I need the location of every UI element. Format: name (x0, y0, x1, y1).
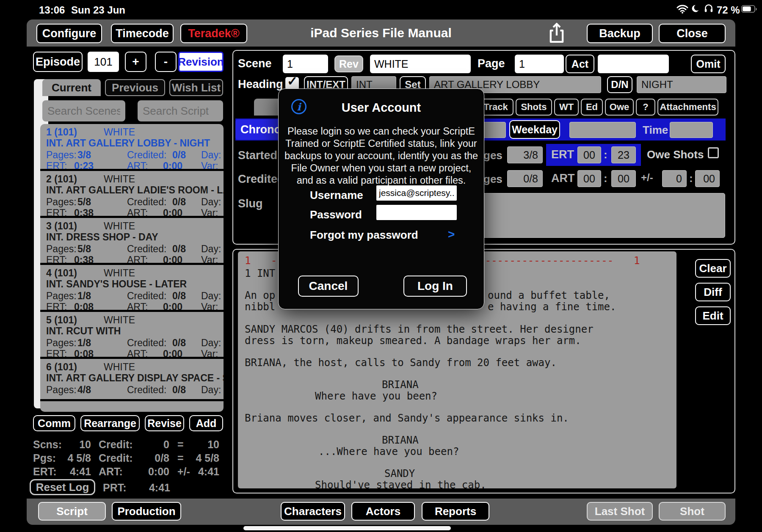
tab-previous[interactable]: Previous (105, 79, 165, 96)
password-input[interactable] (376, 205, 457, 220)
characters-tab-button[interactable]: Characters (281, 502, 345, 521)
scene-list-item[interactable]: 1 (101)WHITEINT. ART GALLERY LOBBY - NIG… (40, 124, 224, 171)
totals-value-3: 4:41 (182, 466, 219, 478)
dn-button[interactable]: D/N (607, 76, 632, 93)
totals-value-2: 0:00 (127, 466, 169, 478)
revise-button[interactable]: Revise (145, 415, 184, 431)
detail-tab-wt[interactable]: WT (554, 99, 579, 116)
script-line: SANDY MARCOS (40) drifts in from the str… (245, 323, 594, 335)
search-scenes-input[interactable] (42, 100, 125, 121)
ert-minutes-field[interactable]: 23 (611, 146, 636, 163)
password-label: Password (310, 208, 362, 221)
detail-tab-attachments[interactable]: Attachments (657, 99, 718, 116)
forgot-password-link[interactable]: Forgot my password (310, 229, 418, 242)
weekday-button[interactable]: Weekday (509, 120, 560, 139)
episode-plus-button[interactable]: + (125, 52, 146, 72)
scene-item-credited-value: 0/8 (172, 384, 186, 396)
script-page-number-left: 1 (245, 255, 251, 267)
scene-item-credited-label: Credited: (127, 243, 166, 255)
home-indicator[interactable] (243, 526, 451, 530)
pages-field[interactable]: 3/8 (507, 146, 543, 163)
comm-button[interactable]: Comm (33, 415, 75, 431)
scene-item-pages-label: Pages: (46, 384, 77, 396)
scene-item-ert-value: 0:08 (74, 348, 94, 359)
totals-value-3: 10 (182, 438, 219, 451)
production-tab-button[interactable]: Production (112, 502, 181, 521)
owe-shots-checkbox[interactable] (708, 147, 719, 158)
revision-button[interactable]: Revision (178, 52, 224, 72)
status-bar: 13:06 Sun 23 Jun 72 % (0, 0, 762, 19)
scene-number-field[interactable]: 1 (283, 55, 328, 73)
share-icon[interactable] (548, 22, 565, 46)
scene-list-item[interactable]: 5 (101)WHITEINT. RCUT WITHPages: 1/8Cred… (40, 312, 224, 359)
episode-number-field[interactable]: 101 (88, 52, 119, 72)
shot-button[interactable]: Shot (659, 502, 726, 521)
prt-value: 4:41 (140, 482, 170, 494)
episode-button[interactable]: Episode (33, 52, 83, 72)
last-shot-button[interactable]: Last Shot (587, 502, 653, 521)
user-account-modal: i User Account Please login so we can ch… (278, 88, 484, 309)
var-hours-field[interactable]: 0 (662, 170, 687, 187)
scene-item-number: 3 (101) (46, 221, 77, 232)
reports-tab-button[interactable]: Reports (422, 502, 489, 521)
var-minutes-field[interactable]: 00 (695, 170, 720, 187)
forgot-chevron-icon[interactable]: > (448, 228, 455, 241)
cancel-button[interactable]: Cancel (298, 276, 359, 297)
tab-current[interactable]: Current (42, 79, 101, 96)
scene-item-art-value: 0:00 (163, 301, 182, 312)
backup-button[interactable]: Backup (587, 24, 653, 43)
time-label: Time (643, 124, 668, 137)
ert-hours-field[interactable]: 00 (577, 146, 601, 163)
weekday-field[interactable] (569, 122, 636, 138)
page-label: Page (478, 57, 505, 70)
username-input[interactable] (376, 185, 457, 201)
edit-button[interactable]: Edit (695, 306, 731, 325)
art-minutes-field[interactable]: 00 (611, 170, 636, 187)
dn-field[interactable]: NIGHT (637, 76, 726, 93)
act-field[interactable] (598, 55, 669, 73)
scene-item-slug: INT. ART GALLERY LOBBY - NIGHT (46, 138, 210, 149)
script-line: Briana moves closer, and Sandy's appeara… (245, 412, 569, 424)
scene-item-slug: INT. ART GALLERY DISPLAY SPACE - SAME... (46, 372, 224, 384)
scene-item-art-label: ART: (127, 207, 148, 218)
rev-color-field[interactable]: WHITE (370, 55, 471, 73)
script-line: Should've stayed in the cab. (315, 479, 486, 488)
scene-list-item[interactable]: 3 (101)WHITEINT. DRESS SHOP - DAYPages: … (40, 218, 224, 265)
script-line: nibbl (245, 301, 275, 313)
detail-tab-shots[interactable]: Shots (516, 99, 552, 116)
modal-body-line: and as a valid participant in other file… (279, 174, 484, 187)
scene-item-credited-value: 0/8 (172, 337, 186, 349)
scene-list[interactable]: 1 (101)WHITEINT. ART GALLERY LOBBY - NIG… (40, 124, 224, 412)
login-button[interactable]: Log In (403, 276, 467, 297)
script-tab-button[interactable]: Script (38, 502, 106, 521)
tab-wish-list[interactable]: Wish List (169, 79, 223, 96)
scene-list-item[interactable]: 6 (101)WHITEINT. ART GALLERY DISPLAY SPA… (40, 359, 224, 401)
scene-list-item[interactable]: 4 (101)WHITEINT. SANDY'S HOUSE - LATERPa… (40, 265, 224, 312)
credited-pages-field[interactable]: 0/8 (507, 170, 543, 187)
actors-tab-button[interactable]: Actors (351, 502, 415, 521)
scene-item-number: 5 (101) (46, 314, 77, 326)
reset-log-button[interactable]: Reset Log (30, 479, 95, 495)
heading-checkbox-icon[interactable]: ✓ (285, 77, 299, 90)
script-line: ound a buffet table, (488, 289, 610, 301)
scene-item-var-label: Var: (201, 348, 218, 359)
page-number-field[interactable]: 1 (515, 55, 564, 73)
close-button[interactable]: Close (659, 24, 726, 43)
detail-tab-[interactable]: ? (636, 99, 655, 116)
time-field[interactable] (670, 122, 713, 138)
act-button[interactable]: Act (566, 55, 594, 73)
art-hours-field[interactable]: 00 (577, 170, 601, 187)
scene-item-ert-label: ERT: (46, 207, 67, 218)
diff-button[interactable]: Diff (695, 283, 731, 301)
rearrange-button[interactable]: Rearrange (80, 415, 140, 431)
search-script-input[interactable] (138, 100, 223, 121)
slug-label: Slug (238, 197, 263, 210)
scene-list-item[interactable]: 2 (101)WHITEINT. ART GALLERY LADIE'S ROO… (40, 171, 224, 218)
omit-button[interactable]: Omit (691, 55, 726, 73)
clear-button[interactable]: Clear (695, 259, 731, 278)
detail-tab-ed[interactable]: Ed (581, 99, 603, 116)
add-button[interactable]: Add (189, 415, 223, 431)
rev-button[interactable]: Rev (334, 55, 363, 72)
episode-minus-button[interactable]: - (155, 52, 177, 72)
detail-tab-owe[interactable]: Owe (605, 99, 634, 116)
